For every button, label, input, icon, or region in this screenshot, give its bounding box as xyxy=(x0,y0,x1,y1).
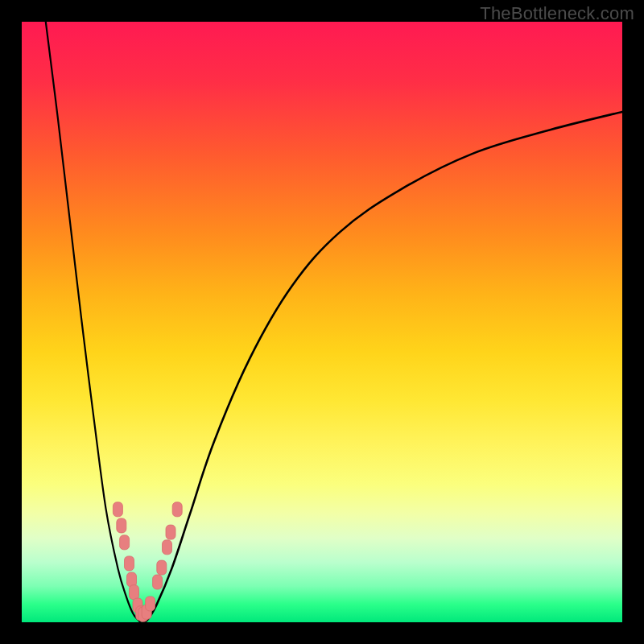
data-marker xyxy=(130,585,139,600)
marker-group xyxy=(113,502,182,622)
curve-left-branch xyxy=(46,22,141,622)
plot-area xyxy=(22,22,622,622)
data-marker xyxy=(125,556,134,571)
data-marker xyxy=(146,597,155,611)
data-marker xyxy=(127,572,137,587)
data-marker xyxy=(157,560,167,575)
data-marker xyxy=(120,535,130,550)
data-marker xyxy=(113,502,122,517)
chart-frame: TheBottleneck.com xyxy=(0,0,644,644)
data-marker xyxy=(163,540,172,555)
watermark-text: TheBottleneck.com xyxy=(480,3,634,24)
data-marker xyxy=(117,518,126,533)
curve-svg xyxy=(22,22,622,622)
data-marker xyxy=(172,502,182,517)
curve-right-branch xyxy=(143,112,622,622)
data-marker xyxy=(153,575,163,589)
data-marker xyxy=(166,525,175,539)
